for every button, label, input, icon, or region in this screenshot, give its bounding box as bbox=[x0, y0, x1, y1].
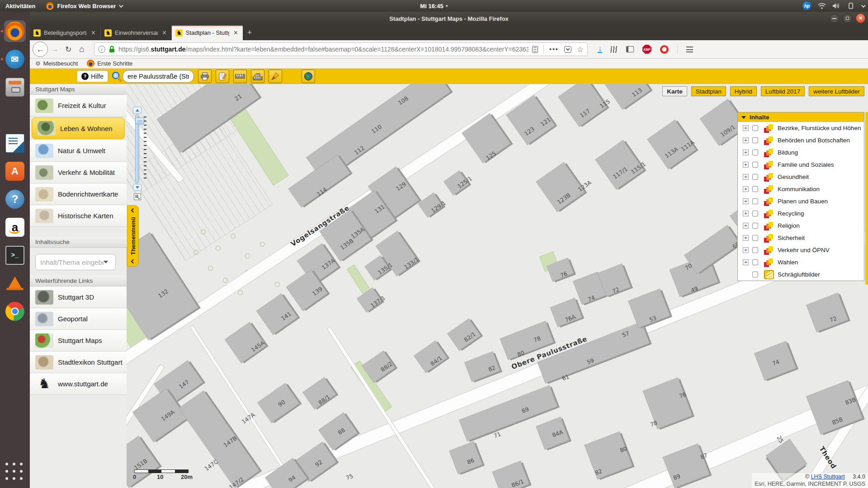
close-button[interactable]: ✕ bbox=[856, 14, 865, 23]
layer-checkbox[interactable] bbox=[752, 223, 758, 229]
maximize-button[interactable] bbox=[843, 14, 852, 23]
layer-row-4[interactable]: +Familie und Soziales bbox=[738, 159, 864, 171]
new-tab-button[interactable]: + bbox=[243, 25, 256, 40]
measure-area-button[interactable] bbox=[251, 70, 264, 83]
layer-row-11[interactable]: +Verkehr und ÖPNV bbox=[738, 244, 864, 256]
sidebar-link-4[interactable]: Stadtlexikon Stuttgart bbox=[30, 352, 127, 373]
search-input[interactable] bbox=[123, 70, 194, 83]
bookmark-erste-schritte[interactable]: Erste Schritte bbox=[87, 60, 132, 67]
sidebar-link-1[interactable]: Stuttgart 3D bbox=[30, 286, 127, 308]
window-titlebar[interactable]: Stadtplan - Stuttgart Maps - Mozilla Fir… bbox=[30, 12, 868, 25]
dock-item-rhythmbox[interactable] bbox=[4, 104, 26, 126]
layer-row-12[interactable]: +Wahlen bbox=[738, 256, 864, 268]
search-icon[interactable] bbox=[111, 70, 123, 82]
tab-2[interactable]: ♞Einwohnerversammlung✕ bbox=[101, 25, 172, 40]
reader-mode-icon[interactable] bbox=[532, 46, 538, 53]
layer-checkbox[interactable] bbox=[752, 150, 758, 155]
dock-item-software[interactable]: A bbox=[4, 160, 26, 182]
tab-3[interactable]: ♞Stadtplan - Stuttgart Ma✕ bbox=[172, 25, 243, 40]
layer-checkbox[interactable] bbox=[752, 162, 758, 168]
basemap-button-karte[interactable]: Karte bbox=[662, 86, 687, 96]
layer-checkbox[interactable] bbox=[752, 211, 758, 216]
map-canvas[interactable]: 21108110112114125123121117115113123B123A… bbox=[127, 84, 868, 488]
forward-button[interactable]: → bbox=[48, 42, 61, 56]
expand-icon[interactable]: + bbox=[743, 259, 749, 265]
dock-item-terminal[interactable]: >_ bbox=[4, 244, 26, 266]
dock-item-firefox[interactable] bbox=[4, 20, 26, 42]
layer-row-10[interactable]: +Sicherheit bbox=[738, 232, 864, 244]
expand-icon[interactable]: + bbox=[743, 247, 749, 253]
zoom-slider-handle[interactable] bbox=[135, 117, 144, 124]
zoom-slider-track[interactable] bbox=[135, 114, 139, 183]
system-tray[interactable]: hp bbox=[802, 0, 864, 12]
basemap-button-luftbild-2017[interactable]: Luftbild 2017 bbox=[761, 86, 805, 96]
expand-icon[interactable]: + bbox=[743, 186, 749, 192]
full-extent-button[interactable]: ↘ bbox=[134, 193, 141, 200]
basemap-button-hybrid[interactable]: Hybrid bbox=[730, 86, 757, 96]
basemap-button-stadtplan[interactable]: Stadtplan bbox=[691, 86, 726, 96]
layer-checkbox[interactable] bbox=[752, 272, 758, 277]
page-actions-icon[interactable]: ••• bbox=[549, 46, 559, 53]
dock-item-vlc[interactable] bbox=[4, 272, 26, 294]
layer-checkbox[interactable] bbox=[752, 137, 758, 143]
bookmark-meistbesucht[interactable]: ⚙ Meistbesucht bbox=[35, 60, 78, 67]
sidebar-item-3[interactable]: Natur & Umwelt bbox=[30, 140, 127, 162]
layer-row-5[interactable]: +Gesundheit bbox=[738, 171, 864, 183]
chevron-down-icon[interactable] bbox=[104, 261, 108, 263]
dock-item-chrome[interactable] bbox=[4, 300, 26, 322]
print-button[interactable] bbox=[198, 70, 212, 83]
sidebar-item-6[interactable]: Historische Karten bbox=[30, 205, 127, 227]
measure-distance-button[interactable] bbox=[233, 70, 247, 83]
sidebar-link-2[interactable]: Geoportal bbox=[30, 308, 127, 330]
sidebar-link-5[interactable]: ♞www.stuttgart.de bbox=[30, 373, 127, 395]
dock-item-writer[interactable] bbox=[4, 132, 26, 154]
reload-button[interactable]: ↻ bbox=[61, 42, 75, 56]
dock-item-files[interactable] bbox=[4, 76, 26, 98]
dock-item-amazon[interactable]: a bbox=[4, 216, 26, 238]
expand-icon[interactable]: + bbox=[743, 235, 749, 241]
layer-row-1[interactable]: +Bezirke, Flurstücke und Höhen bbox=[738, 122, 864, 134]
app-menu[interactable]: Firefox Web Browser bbox=[41, 0, 127, 12]
dock-item-thunderbird[interactable]: ✉ bbox=[4, 48, 26, 70]
expand-icon[interactable]: + bbox=[743, 198, 749, 204]
sidebar-item-2[interactable]: Leben & Wohnen bbox=[32, 117, 125, 139]
expand-icon[interactable]: + bbox=[743, 174, 749, 180]
theme-menu-tab[interactable]: Themenmenü bbox=[127, 205, 139, 267]
sidebar-link-3[interactable]: Stuttgart Maps bbox=[30, 330, 127, 352]
back-button[interactable]: ← bbox=[33, 42, 48, 57]
dock-item-help[interactable]: ? bbox=[4, 188, 26, 210]
bookmark-star-icon[interactable]: ☆ bbox=[577, 45, 584, 54]
layer-checkbox[interactable] bbox=[752, 259, 758, 265]
sidebar-item-5[interactable]: Bodenrichtwertkarte bbox=[30, 183, 127, 205]
content-search-input[interactable] bbox=[40, 258, 104, 266]
layer-checkbox[interactable] bbox=[752, 247, 758, 253]
contents-panel-header[interactable]: Inhalte bbox=[738, 113, 864, 122]
help-button[interactable]: ? Hilfe bbox=[77, 70, 108, 82]
pocket-icon[interactable] bbox=[564, 46, 571, 53]
library-icon[interactable] bbox=[610, 46, 618, 53]
lhs-stuttgart-link[interactable]: LHS Stuttgart bbox=[811, 474, 845, 480]
page-info-icon[interactable]: i bbox=[98, 46, 105, 53]
sidebar-item-1[interactable]: Freizeit & Kultur bbox=[30, 95, 127, 117]
content-search-combobox[interactable] bbox=[35, 254, 116, 270]
downloads-icon[interactable]: ↓ bbox=[598, 46, 602, 53]
layer-row-9[interactable]: +Religion bbox=[738, 220, 864, 232]
tab-1[interactable]: ♞Beteiligungsportal✕ bbox=[30, 25, 101, 40]
adblock-plus-icon[interactable]: ABP bbox=[642, 45, 651, 54]
url-bar[interactable]: i https://gis6.stuttgart.de/maps/index.h… bbox=[94, 42, 588, 56]
menu-icon[interactable] bbox=[686, 47, 693, 52]
basemap-button-weitere-luftbilder[interactable]: weitere Luftbilder bbox=[809, 86, 864, 96]
layer-checkbox[interactable] bbox=[752, 174, 758, 180]
layer-checkbox[interactable] bbox=[752, 198, 758, 204]
layer-row-13[interactable]: Schrägluftbilder bbox=[738, 268, 864, 281]
zoom-out-button[interactable] bbox=[133, 184, 142, 191]
layer-row-3[interactable]: +Bildung bbox=[738, 146, 864, 159]
ghostery-icon[interactable] bbox=[660, 45, 669, 54]
clock[interactable]: Mi 16:45 bbox=[420, 3, 448, 9]
activities-button[interactable]: Aktivitäten bbox=[0, 0, 41, 12]
overview-map-button[interactable] bbox=[302, 70, 315, 83]
layer-row-2[interactable]: +Behörden und Botschaften bbox=[738, 134, 864, 146]
expand-icon[interactable]: + bbox=[743, 211, 749, 216]
tab-close-icon[interactable]: ✕ bbox=[161, 29, 168, 36]
minimize-button[interactable] bbox=[830, 14, 839, 23]
